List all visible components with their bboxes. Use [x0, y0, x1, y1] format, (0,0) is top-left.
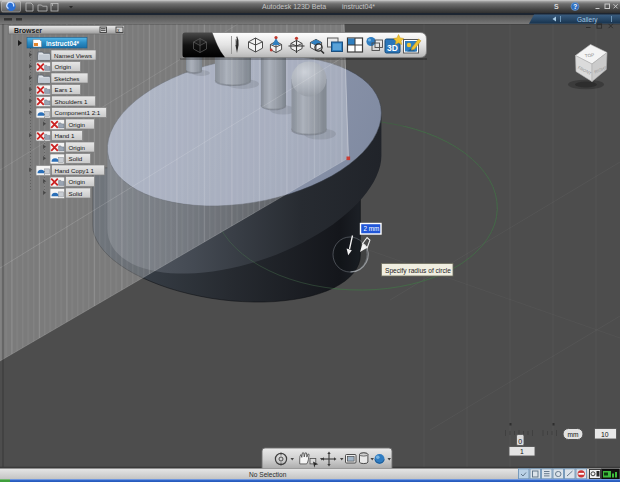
svg-text:Browser: Browser	[14, 27, 42, 34]
svg-text:mm: mm	[568, 431, 579, 438]
svg-text:Ears 1: Ears 1	[55, 86, 73, 93]
svg-text:0: 0	[518, 438, 522, 445]
svg-text:S: S	[554, 3, 559, 10]
svg-text:Origin: Origin	[69, 121, 86, 128]
svg-text:Shoulders 1: Shoulders 1	[55, 98, 89, 105]
svg-text:instruct04*: instruct04*	[342, 3, 375, 10]
svg-text:Origin: Origin	[55, 63, 72, 70]
svg-text:Autodesk 123D Beta: Autodesk 123D Beta	[262, 3, 326, 10]
svg-text:instruct04*: instruct04*	[46, 40, 80, 47]
svg-text:Hand 1: Hand 1	[55, 132, 76, 139]
svg-text:Solid: Solid	[69, 155, 83, 162]
svg-text:?: ?	[573, 3, 577, 10]
svg-text:2 mm: 2 mm	[364, 225, 380, 232]
svg-text:Solid: Solid	[69, 190, 83, 197]
svg-text:Sketches: Sketches	[54, 75, 79, 82]
svg-text:No Selection: No Selection	[249, 471, 287, 478]
svg-text:Specify radius of circle: Specify radius of circle	[385, 267, 451, 275]
svg-text:10: 10	[601, 431, 609, 438]
svg-text:Origin: Origin	[69, 144, 86, 151]
svg-text:Gallery: Gallery	[577, 16, 598, 24]
svg-text:Hand Copy1 1: Hand Copy1 1	[55, 167, 95, 174]
svg-text:Component1 2:1: Component1 2:1	[55, 109, 101, 116]
svg-text:Named Views: Named Views	[54, 52, 92, 59]
svg-text:Origin: Origin	[69, 178, 86, 185]
svg-text:1: 1	[520, 448, 524, 455]
